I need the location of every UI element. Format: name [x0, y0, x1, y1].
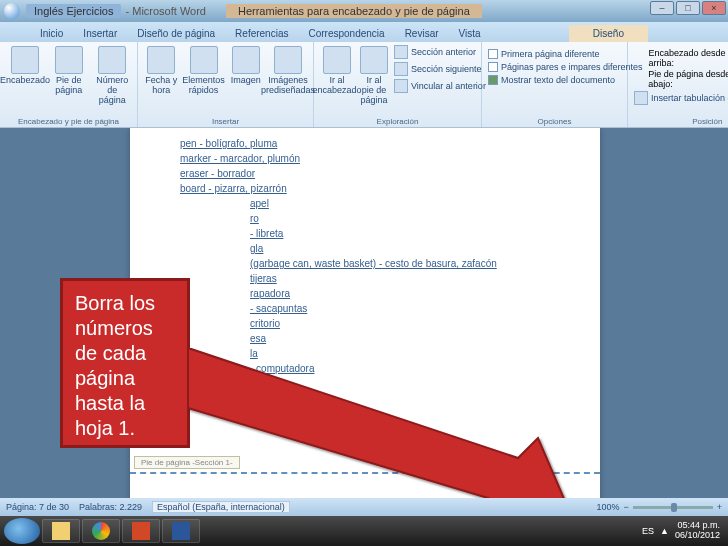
tab-diseno-pagina[interactable]: Diseño de página	[127, 25, 225, 42]
group-label: Posición	[628, 117, 728, 126]
header-icon	[11, 46, 39, 74]
ribbon-tabs: Inicio Insertar Diseño de página Referen…	[0, 22, 728, 42]
taskbar-chrome[interactable]	[82, 519, 120, 543]
minimize-button[interactable]: –	[650, 1, 674, 15]
header-pos-icon	[632, 51, 645, 65]
goto-footer-icon	[360, 46, 388, 74]
document-text: pen - bolígrafo, plumamarker - marcador,…	[130, 128, 600, 391]
checkbox-icon	[488, 49, 498, 59]
status-language[interactable]: Español (España, internacional)	[152, 501, 290, 513]
goto-header-button[interactable]: Ir al encabezado	[318, 44, 356, 98]
close-button[interactable]: ×	[702, 1, 726, 15]
zoom-value: 100%	[596, 502, 619, 512]
zoom-controls[interactable]: 100% − +	[596, 502, 722, 512]
goto-header-icon	[323, 46, 351, 74]
tab-inicio[interactable]: Inicio	[30, 25, 73, 42]
system-tray[interactable]: ES ▲ 05:44 p.m.06/10/2012	[642, 521, 724, 541]
document-area[interactable]: pen - bolígrafo, plumamarker - marcador,…	[0, 128, 728, 498]
diff-odd-even-check[interactable]: Páginas pares e impares diferentes	[486, 61, 623, 73]
tray-lang[interactable]: ES	[642, 526, 654, 536]
footer-divider	[130, 472, 600, 474]
insert-tab-button[interactable]: Insertar tabulación de alineación	[632, 90, 728, 106]
word-icon	[172, 522, 190, 540]
footer-pos-label: Pie de página desde abajo:	[648, 69, 728, 89]
taskbar-word[interactable]	[162, 519, 200, 543]
zoom-slider[interactable]	[633, 506, 713, 509]
status-page[interactable]: Página: 7 de 30	[6, 502, 69, 512]
status-words[interactable]: Palabras: 2.229	[79, 502, 142, 512]
elementos-rapidos-button[interactable]: Elementos rápidos	[183, 44, 225, 98]
group-label: Exploración	[314, 117, 481, 126]
windows-taskbar: ES ▲ 05:44 p.m.06/10/2012	[0, 516, 728, 546]
zoom-out-icon[interactable]: −	[623, 502, 628, 512]
pie-pagina-button[interactable]: Pie de página	[48, 44, 90, 98]
tab-icon	[634, 91, 648, 105]
contextual-tab-label: Herramientas para encabezado y pie de pá…	[226, 4, 482, 18]
status-bar: Página: 7 de 30 Palabras: 2.229 Español …	[0, 498, 728, 516]
tab-correspondencia[interactable]: Correspondencia	[298, 25, 394, 42]
quickparts-icon	[190, 46, 218, 74]
start-button[interactable]	[4, 518, 40, 544]
imagen-button[interactable]: Imagen	[227, 44, 266, 88]
group-label: Opciones	[482, 117, 627, 126]
diff-first-page-check[interactable]: Primera página diferente	[486, 48, 623, 60]
tab-vista[interactable]: Vista	[449, 25, 491, 42]
checkbox-checked-icon	[488, 75, 498, 85]
page-number-icon	[98, 46, 126, 74]
page-number-field[interactable]: 6	[544, 478, 550, 489]
tab-revisar[interactable]: Revisar	[395, 25, 449, 42]
folder-icon	[52, 522, 70, 540]
link-icon	[394, 79, 408, 93]
office-orb-icon[interactable]	[4, 3, 20, 19]
ribbon: Encabezado Pie de página Número de págin…	[0, 42, 728, 128]
group-label: Encabezado y pie de página	[0, 117, 137, 126]
next-icon	[394, 62, 408, 76]
taskbar-powerpoint[interactable]	[122, 519, 160, 543]
clipart-button[interactable]: Imágenes prediseñadas	[267, 44, 309, 98]
document-title: Inglés Ejercicios	[26, 4, 121, 18]
tab-diseno[interactable]: Diseño	[569, 25, 648, 42]
image-icon	[232, 46, 260, 74]
footer-pos-icon	[632, 72, 644, 86]
goto-footer-button[interactable]: Ir al pie de página	[358, 44, 390, 108]
clipart-icon	[274, 46, 302, 74]
show-doc-text-check[interactable]: Mostrar texto del documento	[486, 74, 623, 86]
zoom-in-icon[interactable]: +	[717, 502, 722, 512]
instruction-callout: Borra los números de cada página hasta l…	[60, 278, 190, 448]
header-pos-label: Encabezado desde arriba:	[649, 48, 728, 68]
tray-clock[interactable]: 05:44 p.m.06/10/2012	[675, 521, 724, 541]
prev-section-button[interactable]: Sección anterior	[392, 44, 488, 60]
encabezado-button[interactable]: Encabezado	[4, 44, 46, 88]
prev-icon	[394, 45, 408, 59]
fecha-hora-button[interactable]: Fecha y hora	[142, 44, 181, 98]
maximize-button[interactable]: □	[676, 1, 700, 15]
app-name: - Microsoft Word	[125, 5, 206, 17]
document-page[interactable]: pen - bolígrafo, plumamarker - marcador,…	[130, 128, 600, 498]
taskbar-explorer[interactable]	[42, 519, 80, 543]
checkbox-icon	[488, 62, 498, 72]
tray-flag-icon[interactable]: ▲	[660, 526, 669, 536]
next-section-button[interactable]: Sección siguiente	[392, 61, 488, 77]
date-icon	[147, 46, 175, 74]
numero-pagina-button[interactable]: Número de página	[92, 44, 134, 108]
tab-referencias[interactable]: Referencias	[225, 25, 298, 42]
footer-section-label: Pie de página -Sección 1-	[134, 456, 240, 469]
tab-insertar[interactable]: Insertar	[73, 25, 127, 42]
footer-icon	[55, 46, 83, 74]
powerpoint-icon	[132, 522, 150, 540]
link-previous-button[interactable]: Vincular al anterior	[392, 78, 488, 94]
group-label: Insertar	[138, 117, 313, 126]
title-bar: Inglés Ejercicios - Microsoft Word Herra…	[0, 0, 728, 22]
chrome-icon	[92, 522, 110, 540]
